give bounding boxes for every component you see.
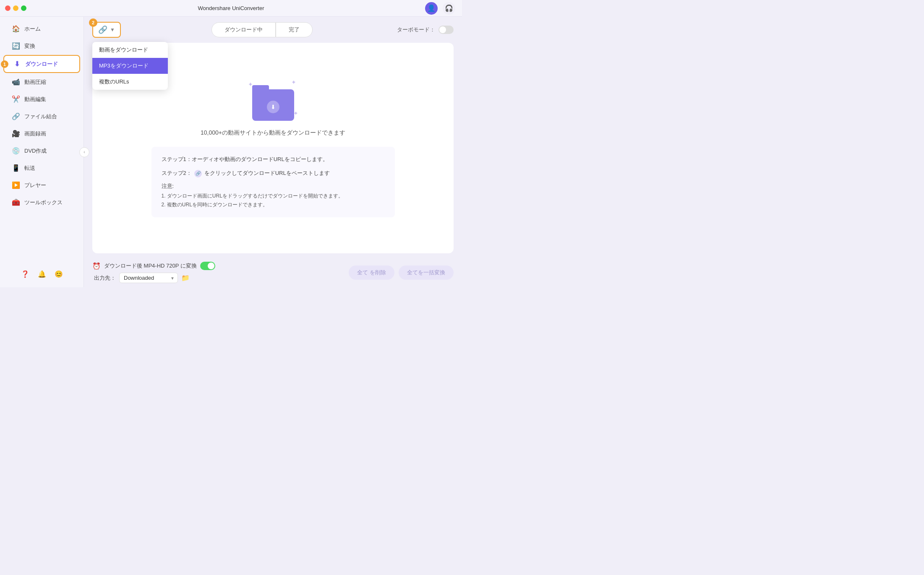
sidebar-collapse-button[interactable]: ‹ [79,147,89,157]
sidebar-bottom: ❓ 🔔 😊 [0,264,84,284]
edit-icon: ✂️ [12,95,20,103]
note-section: 注意: 1. ダウンロード画面にURLをドラッグするだけでダウンロードを開始でき… [162,182,385,209]
dropdown-item-mp3[interactable]: MP3をダウンロード [92,58,168,74]
sidebar-item-compress[interactable]: 📹 動画圧縮 [3,74,80,90]
tab-group: ダウンロード中 完了 [211,22,313,37]
step-badge-2: 2 [89,18,97,27]
toggle-knob [439,26,446,33]
sidebar-item-toolbox[interactable]: 🧰 ツールボックス [3,194,80,211]
instruction-step1: ステップ1：オーディオや動画のダウンロードURLをコピーします。 [162,155,385,164]
sidebar-item-label: ホーム [24,25,41,33]
sidebar-item-label: 変換 [24,42,35,50]
sidebar-item-label: ダウンロード [25,60,58,68]
sidebar-item-label: 転送 [24,164,35,172]
dropdown-item-multi[interactable]: 複数のURLs [92,74,168,90]
sidebar-item-label: ファイル結合 [24,113,57,120]
tab-done[interactable]: 完了 [276,22,313,37]
panel-title: 10,000+の動画サイトから動画をダウンロードできます [201,129,345,137]
sidebar-item-label: DVD作成 [24,147,47,155]
step2-suffix: をクリックしてダウンロードURLをペーストします [204,169,330,178]
download-dropdown-menu: 動画をダウンロード MP3をダウンロード 複数のURLs [92,42,168,90]
main-content: 2 🔗 ▼ 動画をダウンロード MP3をダウンロード 複数のURLs ダウンロー… [84,17,462,287]
link-plus-icon: 🔗 [98,25,107,34]
app-body: 🏠 ホーム 🔄 変換 1 ⬇ ダウンロード 📹 動画圧縮 ✂️ 動画編集 🔗 フ… [0,17,462,287]
compress-icon: 📹 [12,78,20,86]
toolbox-icon: 🧰 [12,198,20,206]
note-item-2: 2. 複数のURLを同時にダウンロードできます。 [162,200,385,209]
sidebar: 🏠 ホーム 🔄 変換 1 ⬇ ダウンロード 📹 動画圧縮 ✂️ 動画編集 🔗 フ… [0,17,84,287]
sidebar-item-record[interactable]: 🎥 画面録画 [3,125,80,142]
convert-option-row: ⏰ ダウンロード後 MP4-HD 720P に変換 [92,262,215,270]
dvd-icon: 💿 [12,147,20,155]
delete-all-button[interactable]: 全て を削除 [349,265,394,280]
note-title: 注意: [162,182,385,190]
browse-folder-button[interactable]: 📁 [181,274,190,282]
step-badge-1: 1 [1,60,8,68]
headphone-icon: 🎧 [445,4,453,12]
link-icon-small: 🔗 [194,170,202,177]
convert-label: ダウンロード後 MP4-HD 720P に変換 [104,262,197,270]
transfer-icon: 📱 [12,164,20,172]
toolbar: 2 🔗 ▼ 動画をダウンロード MP3をダウンロード 複数のURLs ダウンロー… [84,17,462,43]
output-select[interactable]: Downloaded Desktop Documents Custom... [119,273,178,283]
convert-all-button[interactable]: 全てを一括変換 [399,265,454,280]
turbo-mode-toggle: ターボモード： [397,26,454,34]
output-select-wrap: Downloaded Desktop Documents Custom... ▼ [119,273,178,283]
convert-toggle-knob [208,263,214,269]
sidebar-item-convert[interactable]: 🔄 変換 [3,38,80,54]
user-icon-button[interactable]: 👤 [425,2,438,15]
notification-button[interactable]: 🔔 [35,267,49,281]
sidebar-item-merge[interactable]: 🔗 ファイル結合 [3,108,80,125]
help-button[interactable]: ❓ [18,267,32,281]
sparkle-tr: ✦ [291,79,296,86]
bottom-convert-column: ⏰ ダウンロード後 MP4-HD 720P に変換 出力先： Downloade… [92,262,215,283]
action-buttons: 全て を削除 全てを一括変換 [349,265,454,280]
turbo-toggle-switch[interactable] [439,26,454,34]
sidebar-item-dvd[interactable]: 💿 DVD作成 [3,143,80,159]
download-button-wrap: 2 🔗 ▼ 動画をダウンロード MP3をダウンロード 複数のURLs [92,22,121,38]
dropdown-item-video[interactable]: 動画をダウンロード [92,42,168,58]
sidebar-item-home[interactable]: 🏠 ホーム [3,21,80,37]
headphone-icon-button[interactable]: 🎧 [443,2,455,15]
sidebar-item-edit[interactable]: ✂️ 動画編集 [3,91,80,107]
step1-text: ステップ1：オーディオや動画のダウンロードURLをコピーします。 [162,155,328,164]
sidebar-item-player[interactable]: ▶️ プレヤー [3,177,80,193]
sidebar-item-label: 動画圧縮 [24,78,46,86]
sidebar-item-label: 動画編集 [24,96,46,103]
app-title: Wondershare UniConverter [198,5,264,11]
player-icon: ▶️ [12,181,20,189]
convert-toggle-switch[interactable] [200,262,215,270]
feedback-button[interactable]: 😊 [52,267,65,281]
sidebar-item-label: プレヤー [24,182,46,189]
folder-body: ⬇ [252,89,294,121]
maximize-button[interactable] [21,5,26,11]
bottom-bar: ⏰ ダウンロード後 MP4-HD 720P に変換 出力先： Downloade… [84,258,462,287]
titlebar: Wondershare UniConverter 👤 🎧 [0,0,462,17]
titlebar-icon-group: 👤 🎧 [425,2,455,15]
home-icon: 🏠 [12,25,20,33]
folder-illustration: ✦ ✦ ⬇ ✦ [248,79,298,121]
window-controls [5,5,26,11]
step2-prefix: ステップ2： [162,169,192,178]
sidebar-item-label: 画面録画 [24,130,46,138]
convert-icon: 🔄 [12,42,20,50]
sidebar-item-download[interactable]: 1 ⬇ ダウンロード [3,55,80,73]
download-icon: ⬇ [13,60,21,68]
output-row: 出力先： Downloaded Desktop Documents Custom… [94,273,215,283]
output-label: 出力先： [94,274,116,282]
clock-icon: ⏰ [92,262,101,270]
folder-download-icon: ⬇ [267,101,279,113]
tab-downloading[interactable]: ダウンロード中 [211,22,276,37]
instruction-step2: ステップ2： 🔗 をクリックしてダウンロードURLをペーストします [162,169,385,178]
merge-icon: 🔗 [12,112,20,120]
turbo-mode-label: ターボモード： [397,26,435,34]
sidebar-item-label: ツールボックス [24,199,63,206]
minimize-button[interactable] [13,5,18,11]
close-button[interactable] [5,5,10,11]
sidebar-item-transfer[interactable]: 📱 転送 [3,160,80,176]
user-icon: 👤 [427,4,436,12]
record-icon: 🎥 [12,130,20,138]
instructions-box: ステップ1：オーディオや動画のダウンロードURLをコピーします。 ステップ2： … [151,147,395,217]
chevron-down-icon: ▼ [110,27,115,33]
note-item-1: 1. ダウンロード画面にURLをドラッグするだけでダウンロードを開始できます。 [162,192,385,200]
